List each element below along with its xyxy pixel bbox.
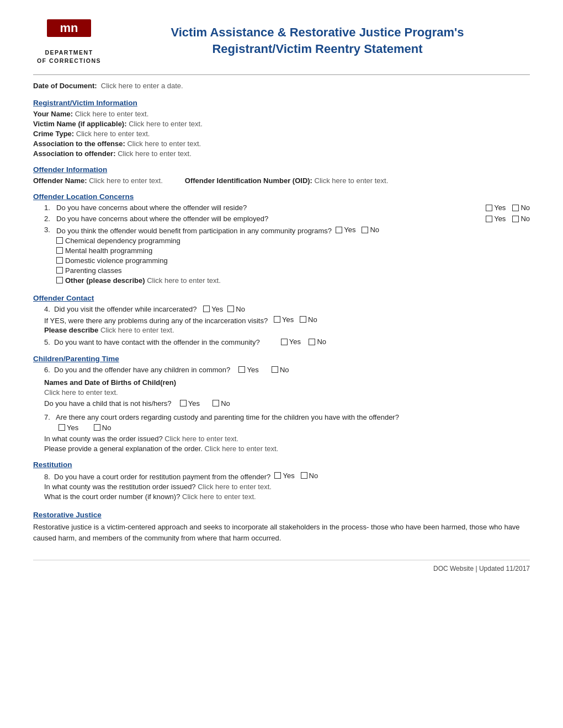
q1: 1. Do you have concerns about where the …	[44, 204, 530, 212]
q3-sub-dv: Domestic violence programming	[56, 256, 221, 265]
offender-info-row: Offender Name: Click here to enter text.…	[33, 176, 530, 185]
field-your-name: Your Name: Click here to enter text.	[33, 110, 530, 118]
not-his-yes-checkbox[interactable]	[180, 400, 187, 406]
q7-explain-row: Please provide a general explanation of …	[44, 445, 530, 453]
q1-yes[interactable]: Yes	[486, 204, 506, 212]
contact-title: Offender Contact	[33, 294, 530, 302]
date-input[interactable]: Click here to enter a date.	[101, 82, 183, 90]
q8-yes-checkbox[interactable]	[274, 472, 281, 479]
q4-sub-row: If YES, were there any problems during a…	[44, 315, 530, 325]
field-assoc-offense: Association to the offense: Click here t…	[33, 140, 530, 148]
names-section: Names and Date of Births of Child(ren) C…	[44, 378, 530, 408]
names-input[interactable]: Click here to enter text.	[44, 388, 530, 397]
not-his-yes[interactable]: Yes	[180, 399, 200, 408]
q7-yes-checkbox[interactable]	[59, 424, 65, 431]
q4-sub-yes-checkbox[interactable]	[274, 316, 280, 323]
q3: 3. Do you think the offender would benef…	[44, 226, 530, 286]
q6-yes[interactable]: Yes	[238, 366, 258, 374]
q2-yes-checkbox[interactable]	[486, 216, 492, 222]
q4-sub-no[interactable]: No	[300, 315, 317, 324]
title-line2: Registrant/Victim Reentry Statement	[212, 42, 422, 56]
not-his-row: Do you have a child that is not his/hers…	[44, 399, 530, 408]
q2-yes[interactable]: Yes	[486, 215, 506, 223]
field-assoc-offender: Association to offender: Click here to e…	[33, 149, 530, 158]
title-area: Victim Assistance & Restorative Justice …	[105, 24, 530, 57]
chemical-checkbox[interactable]	[56, 237, 63, 244]
section-registrant: Registrant/Victim Information Your Name:…	[33, 99, 530, 158]
header-divider	[33, 74, 530, 75]
registrant-title: Registrant/Victim Information	[33, 99, 530, 107]
q6-no[interactable]: No	[272, 366, 289, 374]
q6-no-checkbox[interactable]	[272, 366, 278, 373]
q7-county-row: In what county was the order issued? Cli…	[44, 435, 530, 443]
restitution-county-row: In what county was the restitution order…	[44, 483, 530, 491]
q4-no[interactable]: No	[227, 305, 245, 313]
offender-name-field: Offender Name: Click here to enter text.	[33, 176, 163, 185]
q1-yes-checkbox[interactable]	[486, 205, 492, 211]
q7-no-checkbox[interactable]	[94, 424, 100, 431]
q2-no[interactable]: No	[512, 215, 530, 223]
q7-block: 7. Are there any court orders regarding …	[44, 413, 530, 453]
q3-subitems: Chemical dependency programming Mental h…	[56, 237, 221, 286]
not-his-no-checkbox[interactable]	[213, 400, 219, 406]
q7-no[interactable]: No	[94, 424, 111, 432]
q8-no[interactable]: No	[301, 472, 318, 480]
svg-text:mn: mn	[60, 21, 78, 35]
location-questions: 1. Do you have concerns about where the …	[44, 204, 530, 286]
q4-describe-row: Please describe Click here to enter text…	[44, 326, 530, 334]
section-restorative: Restorative Justice Restorative justice …	[33, 511, 530, 543]
q3-yes[interactable]: Yes	[336, 226, 355, 234]
q1-no-checkbox[interactable]	[512, 205, 519, 211]
section-restitution: Restitution 8. Do you have a court order…	[33, 461, 530, 501]
title-line1: Victim Assistance & Restorative Justice …	[171, 25, 464, 39]
doc-logo: mn	[44, 17, 94, 47]
location-title: Offender Location Concerns	[33, 192, 530, 201]
section-children: Children/Parenting Time 6. Do you and th…	[33, 355, 530, 453]
offender-info-title: Offender Information	[33, 165, 530, 174]
q3-sub-parenting: Parenting classes	[56, 266, 221, 275]
q1-no[interactable]: No	[512, 204, 530, 212]
q5-no-checkbox[interactable]	[309, 339, 315, 345]
restitution-order-row: What is the court order number (if known…	[44, 493, 530, 501]
q4-sub-no-checkbox[interactable]	[300, 316, 306, 323]
q4-row: 4. Did you visit the offender while inca…	[44, 305, 530, 313]
restitution-title: Restitution	[33, 461, 530, 469]
logo-area: mn DEPARTMENT OF CORRECTIONS	[33, 17, 105, 65]
q7-yn: Yes No	[59, 424, 530, 432]
restorative-title: Restorative Justice	[33, 511, 530, 519]
page-header: mn DEPARTMENT OF CORRECTIONS Victim Assi…	[33, 17, 530, 65]
q4-block: 4. Did you visit the offender while inca…	[44, 305, 530, 347]
q7-yes[interactable]: Yes	[59, 424, 78, 432]
q3-no-checkbox[interactable]	[362, 227, 368, 233]
mental-checkbox[interactable]	[56, 247, 63, 254]
page-footer: DOC Website | Updated 11/2017	[33, 560, 530, 572]
q6-yes-checkbox[interactable]	[238, 366, 245, 373]
q4-sub-yes[interactable]: Yes	[274, 315, 294, 324]
not-his-no[interactable]: No	[213, 399, 230, 408]
field-crime-type: Crime Type: Click here to enter text.	[33, 130, 530, 138]
q3-no[interactable]: No	[362, 226, 379, 234]
q6-row: 6. Do you and the offender have any chil…	[44, 366, 530, 374]
section-offender-info: Offender Information Offender Name: Clic…	[33, 165, 530, 185]
q3-sub-other: Other (please describe) Click here to en…	[56, 276, 221, 285]
q5-yes-checkbox[interactable]	[281, 339, 288, 345]
q5-no[interactable]: No	[309, 338, 326, 346]
q5-yes[interactable]: Yes	[281, 338, 301, 346]
q8-yes[interactable]: Yes	[274, 472, 294, 480]
date-row: Date of Document: Click here to enter a …	[33, 82, 530, 90]
other-checkbox[interactable]	[56, 277, 63, 283]
q3-sub-mental: Mental health programming	[56, 247, 221, 255]
dv-checkbox[interactable]	[56, 257, 63, 264]
q3-yes-checkbox[interactable]	[336, 227, 342, 233]
q4-yes-checkbox[interactable]	[203, 306, 210, 312]
q8-no-checkbox[interactable]	[301, 472, 307, 479]
dept-name: DEPARTMENT OF CORRECTIONS	[37, 49, 101, 65]
parenting-checkbox[interactable]	[56, 267, 63, 274]
date-label: Date of Document:	[33, 82, 97, 90]
children-title: Children/Parenting Time	[33, 355, 530, 363]
q4-yes[interactable]: Yes	[203, 305, 223, 313]
restitution-content: 8. Do you have a court order for restitu…	[44, 472, 530, 501]
restorative-body: Restorative justice is a victim-centered…	[33, 522, 530, 543]
q4-no-checkbox[interactable]	[227, 306, 234, 312]
q2-no-checkbox[interactable]	[512, 216, 519, 222]
